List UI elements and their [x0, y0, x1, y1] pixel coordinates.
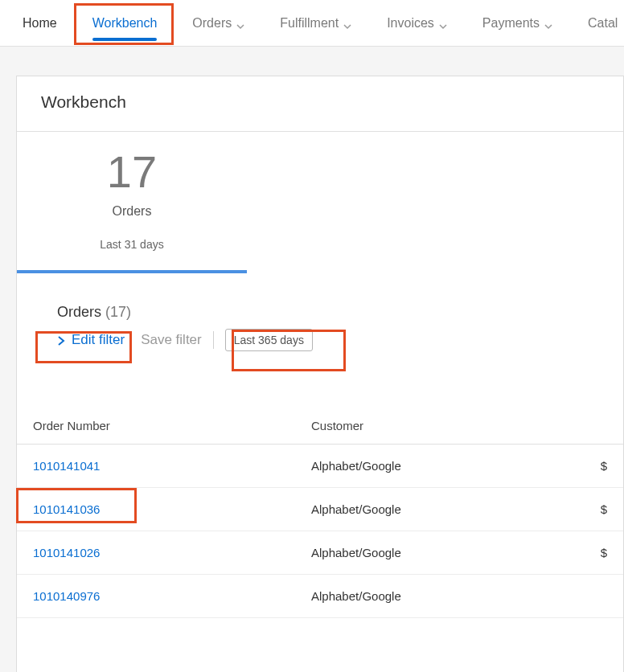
order-link[interactable]: 1010141041 — [33, 459, 311, 473]
customer-cell: Alphabet/Google — [311, 546, 591, 559]
summary-subtext: Last 31 days — [41, 238, 223, 251]
order-link[interactable]: 1010141026 — [33, 546, 311, 559]
filter-row: Edit filter Save filter Last 365 days — [17, 329, 623, 361]
nav-orders-label: Orders — [192, 16, 232, 31]
table-header-row: Order Number Customer — [17, 409, 623, 445]
nav-payments-label: Payments — [482, 16, 540, 31]
amount-cell: $ — [591, 502, 607, 516]
spacer — [17, 361, 623, 409]
chevron-down-icon — [439, 19, 447, 27]
chevron-down-icon — [236, 19, 244, 27]
section-heading: Orders (17) — [17, 273, 623, 329]
chevron-down-icon — [544, 19, 552, 27]
table-row[interactable]: 1010141026 Alphabet/Google $ — [17, 531, 623, 575]
nav-fulfillment-label: Fulfillment — [280, 16, 339, 31]
chevron-down-icon — [343, 19, 351, 27]
amount-cell: $ — [591, 459, 607, 473]
col-header-order: Order Number — [33, 419, 311, 432]
nav-fulfillment[interactable]: Fulfillment — [280, 0, 351, 46]
top-nav: Home Workbench Orders Fulfillment Invoic… — [0, 0, 624, 47]
nav-home[interactable]: Home — [23, 0, 57, 46]
table-row[interactable]: 1010141041 Alphabet/Google $ — [17, 445, 623, 488]
nav-catalogs[interactable]: Catal — [588, 0, 618, 46]
chevron-right-icon — [55, 334, 67, 346]
date-range-pill[interactable]: Last 365 days — [225, 329, 313, 351]
order-link[interactable]: 1010140976 — [33, 589, 311, 603]
customer-cell: Alphabet/Google — [311, 459, 591, 473]
order-link[interactable]: 1010141036 — [33, 502, 311, 516]
edit-filter-label: Edit filter — [72, 332, 125, 348]
summary-tile[interactable]: 17 Orders Last 31 days — [17, 132, 247, 273]
nav-orders[interactable]: Orders — [192, 0, 244, 46]
nav-invoices-label: Invoices — [387, 16, 434, 31]
save-filter-button[interactable]: Save filter — [141, 332, 202, 348]
summary-label: Orders — [41, 204, 223, 219]
col-header-customer: Customer — [311, 419, 591, 432]
amount-cell: $ — [591, 546, 607, 559]
page-title: Workbench — [17, 76, 623, 132]
table-row[interactable]: 1010140976 Alphabet/Google — [17, 575, 623, 618]
nav-invoices[interactable]: Invoices — [387, 0, 447, 46]
col-header-amount — [591, 419, 607, 432]
main-card: Workbench 17 Orders Last 31 days Orders … — [16, 76, 624, 672]
section-count: (17) — [105, 304, 131, 320]
page-body: Workbench 17 Orders Last 31 days Orders … — [0, 47, 624, 672]
edit-filter-button[interactable]: Edit filter — [54, 329, 129, 351]
divider — [213, 331, 214, 349]
nav-workbench[interactable]: Workbench — [92, 0, 158, 46]
section-title: Orders — [57, 304, 101, 320]
customer-cell: Alphabet/Google — [311, 502, 591, 516]
nav-payments[interactable]: Payments — [482, 0, 552, 46]
summary-count: 17 — [41, 150, 223, 195]
customer-cell: Alphabet/Google — [311, 589, 591, 603]
table-row[interactable]: 1010141036 Alphabet/Google $ — [17, 488, 623, 531]
